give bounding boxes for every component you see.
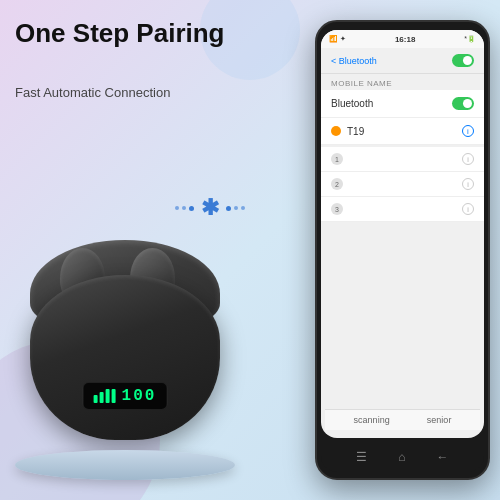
back-button[interactable]: < Bluetooth — [331, 56, 377, 66]
dot-4 — [226, 206, 231, 211]
battery-bar-4 — [112, 389, 116, 403]
dot-6 — [241, 206, 245, 210]
battery-indicator — [94, 389, 116, 403]
status-bar: 📶 ✦ 16:18 *🔋 — [321, 30, 484, 48]
status-time: 16:18 — [395, 35, 415, 44]
battery-status: *🔋 — [464, 35, 476, 43]
dot-2 — [182, 206, 186, 210]
other-device-row-1[interactable]: 1 i — [321, 147, 484, 172]
senior-label: senior — [427, 415, 452, 425]
nav-menu-icon[interactable]: ☰ — [356, 450, 367, 464]
phone-bottom-nav: ☰ ⌂ ← — [321, 442, 484, 472]
headline: One Step Pairing — [15, 18, 245, 49]
dot-3 — [189, 206, 194, 211]
nav-home-icon[interactable]: ⌂ — [398, 450, 405, 464]
bluetooth-toggle[interactable] — [452, 54, 474, 67]
other-device-num-3: 3 — [331, 203, 343, 215]
earbuds-container: 100 — [20, 240, 240, 440]
other-device-info-1[interactable]: i — [462, 153, 474, 165]
bluetooth-list-label: Bluetooth — [331, 98, 373, 109]
nav-back-icon[interactable]: ← — [437, 450, 449, 464]
battery-bar-1 — [94, 395, 98, 403]
battery-percentage: 100 — [122, 387, 157, 405]
left-section: One Step Pairing Fast Automatic Connecti… — [0, 0, 280, 500]
other-device-num-2: 2 — [331, 178, 343, 190]
bt-dots-decoration: ✱ — [175, 195, 245, 221]
other-device-info-2[interactable]: i — [462, 178, 474, 190]
dot-1 — [175, 206, 179, 210]
display-platform — [15, 450, 235, 480]
other-device-info-3[interactable]: i — [462, 203, 474, 215]
bluetooth-icon: ✱ — [201, 195, 219, 221]
device-t19-row[interactable]: T19 i — [321, 118, 484, 145]
bluetooth-header: < Bluetooth — [321, 48, 484, 74]
bluetooth-row[interactable]: Bluetooth — [321, 90, 484, 118]
signal-icon: 📶 ✦ — [329, 35, 346, 43]
case-body: 100 — [30, 275, 220, 440]
device-t19-indicator — [331, 126, 341, 136]
mobile-name-label: Mobile Name — [321, 74, 484, 90]
scanning-bar: scanning senior — [325, 409, 480, 430]
device-t19-info-icon[interactable]: i — [462, 125, 474, 137]
phone-screen: 📶 ✦ 16:18 *🔋 < Bluetooth Mobile Name Blu… — [321, 30, 484, 438]
other-devices-list: 1 i 2 i 3 i — [321, 147, 484, 222]
led-display: 100 — [83, 382, 168, 410]
battery-bar-2 — [100, 392, 104, 403]
other-device-row-3[interactable]: 3 i — [321, 197, 484, 222]
scanning-label: scanning — [354, 415, 390, 425]
device-t19-name: T19 — [347, 126, 456, 137]
other-device-num-1: 1 — [331, 153, 343, 165]
dot-5 — [234, 206, 238, 210]
phone-mockup: 📶 ✦ 16:18 *🔋 < Bluetooth Mobile Name Blu… — [315, 20, 490, 480]
bluetooth-list-toggle[interactable] — [452, 97, 474, 110]
subheadline: Fast Automatic Connection — [15, 85, 170, 100]
other-device-row-2[interactable]: 2 i — [321, 172, 484, 197]
battery-bar-3 — [106, 389, 110, 403]
